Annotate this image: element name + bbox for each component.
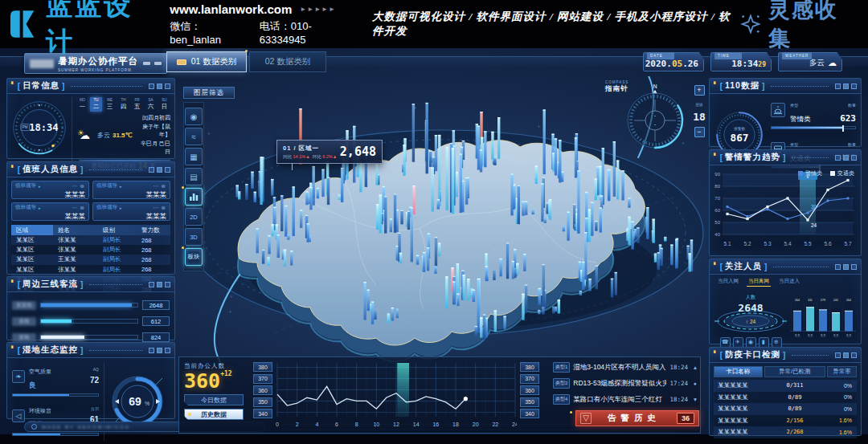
title-mini-button[interactable] [143,62,150,65]
maximize-icon[interactable] [157,167,162,173]
camera-icon[interactable]: ◉ [746,337,756,348]
duty-leader-card[interactable]: 值班领导▸⋯ ⊗某某某 [11,202,89,221]
target-icon[interactable]: ⊕ [772,337,782,348]
checkpoint-header-rate[interactable]: 异常率 [827,366,857,377]
inspiration-collect-button[interactable]: 灵感收集 [739,0,855,53]
expand-icon[interactable] [851,155,857,161]
duty-leader-card[interactable]: 值班领导▸⋯ ⊗某某某 [92,202,170,221]
weekday-cell[interactable]: TU二 [90,97,102,112]
table-row[interactable]: 某某区张某某副局长268 [11,235,170,245]
weekday-cell[interactable]: SA六 [145,97,157,112]
focus-gauge: 人数 2648 ↑ 24 [713,289,788,336]
maximize-icon[interactable] [843,264,849,270]
corner-tick: ▘ [11,165,15,170]
minimize-icon[interactable] [835,84,841,89]
checkpoint-row[interactable]: 某某某某某2/1561.6% [714,415,857,427]
minimize-icon[interactable] [149,348,154,353]
list-button[interactable]: ▤ [185,168,203,185]
minimize-icon[interactable] [835,264,841,270]
zoom-in-button[interactable]: + [694,85,705,96]
expand-icon[interactable] [165,282,170,287]
alarm-scroll-icon[interactable]: ▲ [691,365,699,370]
checkpoint-row[interactable]: 某某某某某0/3110% [714,380,857,392]
eco-gauge-value: 69 [129,395,141,408]
column-header-level[interactable]: 级别 [98,225,137,235]
chart-legend: 警情类交通类 [798,169,854,177]
table-row[interactable]: 某某区张某某副局长268 [11,245,170,255]
maximize-icon[interactable] [843,155,849,161]
tab-data-category-1[interactable]: 01 数据类别 [166,51,247,72]
minimize-icon[interactable] [149,84,154,89]
maximize-icon[interactable] [157,282,162,287]
leaf-icon: ❧ [12,370,25,383]
expand-icon[interactable] [851,264,857,270]
duty-leader-card[interactable]: 值班领导▸⋯ ⊗某某某 [11,181,89,199]
mode-3d-button[interactable]: 3D [185,228,203,246]
expand-icon[interactable] [165,167,170,173]
column-header-area[interactable]: 区域 [11,225,53,235]
svg-text:5.6: 5.6 [824,241,831,246]
column-header-count[interactable]: 警力数 [137,225,170,235]
checkpoint-row[interactable]: 某某某某某2/2681.6% [714,426,857,438]
focus-tab[interactable]: 当日入网 [716,277,740,287]
svg-text:5.4: 5.4 [784,241,791,246]
history-data-button[interactable]: 历史数据 [184,409,244,420]
air-quality-bar[interactable] [12,393,99,397]
corner-tick: ▘ [11,345,15,351]
blocks-button[interactable]: 板块 [185,248,203,266]
flow-bar-track[interactable] [40,319,138,324]
weekday-cell[interactable]: WE三 [104,97,116,112]
alarm-item[interactable]: 类型2RD13-53烟感探测报警疑似火灾17:24● [553,377,699,389]
svg-text:18: 18 [452,422,459,427]
weekday-cell[interactable]: SU日 [158,97,170,112]
noise-bar[interactable] [12,433,99,436]
alarm-item[interactable]: 类型1湿地3-104片区有不明人员闯入18:24▲ [553,361,699,373]
flow-bar-track[interactable] [40,303,138,308]
checkpoint-row[interactable]: 某某某某某0/890% [714,392,857,404]
table-row[interactable]: 某某区张某某副局长268 [11,265,170,275]
table-row[interactable]: 某某区王某某副局长268 [11,255,170,264]
alarm-history-button[interactable]: ▽ 告警历史 36 [575,410,699,426]
checkpoint-header-name[interactable]: 卡口名称 [714,366,763,377]
alarm-scroll-icon[interactable]: ▼ [691,397,699,402]
zoom-out-button[interactable]: − [694,127,705,137]
cloud-icon: ☁ [828,58,837,68]
checkpoint-header-ratio[interactable]: 异常/已检测 [764,366,825,377]
maximize-icon[interactable] [843,352,849,358]
minimize-icon[interactable] [835,352,841,358]
cluster-button[interactable]: ▦ [185,148,203,165]
website-link[interactable]: www.lanlanwork.com [170,2,292,16]
mode-2d-button[interactable]: 2D [185,208,203,226]
phone-icon[interactable]: ☎ [720,337,731,348]
today-data-button[interactable]: 今日数据 [184,394,244,405]
expand-icon[interactable] [165,348,170,353]
maximize-icon[interactable] [843,84,849,89]
minimize-icon[interactable] [835,155,841,161]
camera-button[interactable]: ◉ [185,108,203,125]
battery-icon[interactable]: ▮ [759,337,769,348]
duty-leader-card[interactable]: 值班领导▸⋯ ⊗某某某 [92,181,170,199]
checkpoint-row[interactable]: 某某某某某0/890% [714,403,857,415]
weekday-cell[interactable]: TH四 [117,97,129,112]
maximize-icon[interactable] [157,84,162,89]
focus-tab[interactable]: 当日离网 [747,277,771,287]
minimize-icon[interactable] [149,167,154,173]
plane-icon[interactable]: ✈ [733,337,743,348]
weekday-cell[interactable]: FR五 [131,97,143,112]
expand-icon[interactable] [851,84,857,89]
tab-data-category-2[interactable]: 02 数据类别 [249,51,326,72]
expand-icon[interactable] [165,84,170,89]
alarm-scroll-icon[interactable]: ● [691,381,699,386]
maximize-icon[interactable] [157,348,162,353]
focus-tab[interactable]: 当日进入 [777,277,801,287]
alarm-item[interactable]: 类型4某路口有小汽车连闯三个红灯18:24▼ [553,393,699,405]
flow-bar-track[interactable] [40,335,138,340]
minimize-icon[interactable] [149,282,154,287]
signal-button[interactable]: ≈ [185,128,203,145]
title-mini-button[interactable] [154,62,162,65]
weekday-cell[interactable]: MO一 [76,97,88,112]
expand-icon[interactable] [851,352,857,358]
compass-dial[interactable]: N ˆ ˇ [623,82,687,153]
bar-chart-button[interactable] [185,188,203,206]
column-header-name[interactable]: 姓名 [53,225,98,235]
